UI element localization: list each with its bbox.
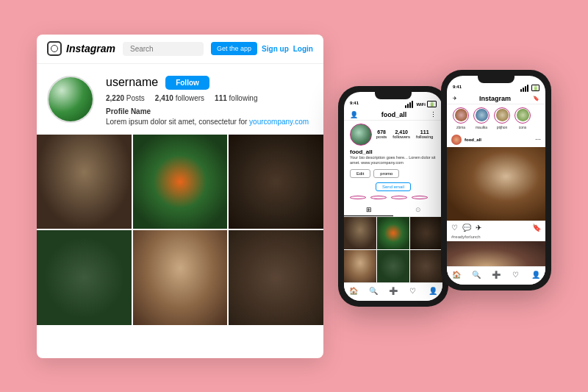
phone-1: 9:41 WiFi 🔋 👤 food [338,86,448,307]
followers-stat: 2,410 followers [155,94,204,102]
bio-link[interactable]: yourcompany.com [249,118,309,126]
home-icon[interactable]: 🏠 [451,270,462,280]
phone-1-profile: 678 posts 2,410 followers 111 following [344,121,442,149]
phone-1-following: 111 following [416,129,433,139]
phone-1-screen: 9:41 WiFi 🔋 👤 food [344,92,442,301]
profile-section: username Follow 2,220 Posts 2,410 follow… [37,64,323,135]
phone-1-avatar [350,124,372,146]
phone-notch-2 [478,76,514,83]
phone-1-stories: zbma maulka ptijhon cons [344,193,442,204]
phone-1-followers: 2,410 followers [392,129,410,139]
tag-tab[interactable]: ⊙ [393,204,442,216]
phone-1-stats: 678 posts 2,410 followers 111 following [376,129,433,139]
following-stat: 111 following [215,94,257,102]
logo-text: Instagram [66,43,115,54]
story-item[interactable]: zbma [350,196,366,201]
feed-post-image-2[interactable] [447,241,545,266]
phone-grid-cell[interactable] [377,250,409,282]
grid-tab[interactable]: ⊞ [344,204,393,216]
phone-promo-button[interactable]: promo [373,169,399,178]
grid-cell-6[interactable] [229,230,323,325]
phone-2-status-icons: 🔋 [520,85,539,92]
phone-1-grid [344,217,442,282]
grid-cell-5[interactable] [133,230,228,325]
phone-2-nav: ✈ Instagram 🔖 [447,93,545,104]
phone-2-feed: food_all ⋯ ♡ 💬 ✈ 🔖 #ready [447,132,545,266]
desktop-mockup: Instagram Get the app Sign up Login user… [37,35,323,358]
phone-grid-cell[interactable] [410,217,442,249]
phone-notch-1 [375,92,412,99]
add-icon[interactable]: ➕ [491,270,501,280]
phone-grid-cell[interactable] [344,217,376,249]
follow-button[interactable]: Follow [165,76,209,90]
feed-post-actions: ♡ 💬 ✈ 🔖 [447,221,545,235]
phone-edit-button[interactable]: Edit [350,169,370,178]
username-row: username Follow [106,76,313,90]
story-item[interactable]: cons [514,107,531,129]
phone-2-stories: zbma maulka ptijhon cons [447,104,545,132]
instagram-logo: Instagram [47,41,115,56]
story-item[interactable]: maulka [473,107,490,129]
story-item[interactable]: ptijhon [494,107,510,129]
home-icon[interactable]: 🏠 [348,286,359,296]
save-icon[interactable]: 🔖 [532,224,541,232]
share-icon[interactable]: ✈ [476,224,481,232]
feed-post-tag: #readyforlunch [447,235,545,241]
phone-grid-cell[interactable] [410,250,442,282]
desktop-nav: Instagram Get the app Sign up Login [37,35,323,64]
comment-icon[interactable]: 💬 [462,224,471,232]
grid-cell-4[interactable] [37,230,132,325]
story-item[interactable]: maulka [370,196,387,201]
phone-grid-cell[interactable] [377,217,409,249]
profile-stats: 2,220 Posts 2,410 followers 111 followin… [106,94,313,102]
heart-icon[interactable]: ♡ [408,286,418,296]
phone-1-bottom-nav: 🏠 🔍 ➕ ♡ 👤 [344,282,442,301]
profile-icon[interactable]: 👤 [531,270,541,280]
phones-container: 9:41 WiFi 🔋 👤 food [338,35,551,358]
search-icon[interactable]: 🔍 [471,270,481,280]
story-item[interactable]: zbma [453,107,469,129]
phone-1-nav: 👤 food_all ⋮ [344,110,442,121]
heart-icon[interactable]: ♡ [511,270,521,280]
scene: Instagram Get the app Sign up Login user… [15,20,573,373]
grid-cell-2[interactable] [133,135,228,229]
feed-post-avatar [451,135,462,145]
phone-1-display-name: food_all [344,149,442,155]
search-icon[interactable]: 🔍 [368,286,379,296]
photo-grid [37,135,323,325]
posts-stat: 2,220 Posts [106,94,145,102]
grid-cell-3[interactable] [229,135,323,229]
get-app-button[interactable]: Get the app [211,42,257,55]
phone-grid-cell[interactable] [344,250,376,282]
profile-icon[interactable]: 👤 [428,286,438,296]
search-input[interactable] [123,42,204,56]
phone-1-time: 9:41 [350,101,359,108]
logo-icon [47,41,62,56]
phone-1-tabs: ⊞ ⊙ [344,204,442,217]
like-icon[interactable]: ♡ [451,224,458,232]
phone-2-screen: 9:41 🔋 ✈ Instagram 🔖 [447,76,545,285]
feed-post-header: food_all ⋯ [447,132,545,147]
send-email-button[interactable]: Send email [376,182,411,191]
feed-post-image[interactable] [447,147,545,221]
signup-button[interactable]: Sign up [262,45,289,53]
phone-1-bio: Your bio description goes here... Lorem … [344,155,442,166]
story-item[interactable]: cons [412,196,428,201]
feed-post-username: food_all [465,138,532,142]
phone-2-bottom-nav: 🏠 🔍 ➕ ♡ 👤 [447,266,545,285]
phone-2-time: 9:41 [453,85,462,92]
story-item[interactable]: ptijhon [391,196,407,201]
avatar [47,76,94,123]
profile-info: username Follow 2,220 Posts 2,410 follow… [106,76,313,127]
add-icon[interactable]: ➕ [388,286,398,296]
username-label: username [106,76,158,89]
login-button[interactable]: Login [293,45,313,53]
phone-1-username: food_all [381,111,407,118]
grid-cell-1[interactable] [37,135,132,229]
nav-actions: Get the app Sign up Login [211,42,313,55]
phone-2-title: Instagram [479,95,511,102]
phone-2: 9:41 🔋 ✈ Instagram 🔖 [441,70,551,291]
bio: Profile Name Lorem ipsum dolor sit amet,… [106,107,313,127]
avatar-image [49,77,93,121]
phone-1-status-icons: WiFi 🔋 [405,101,437,108]
